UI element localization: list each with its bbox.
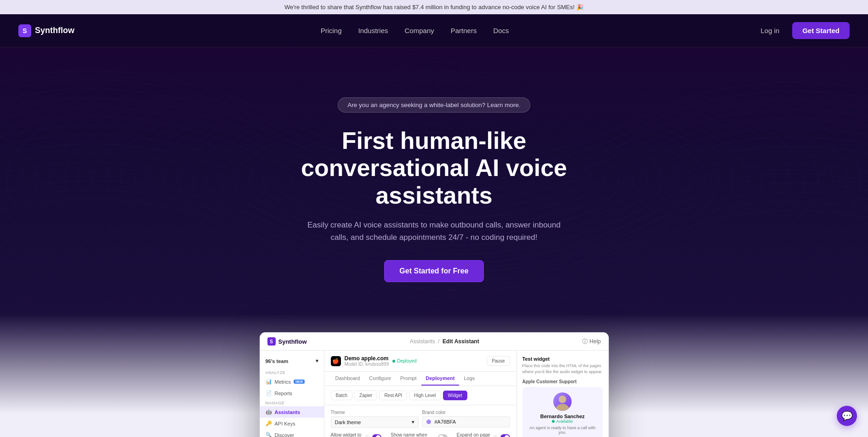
sub-tab-high-level[interactable]: High Level [409,391,441,400]
toggle-float[interactable] [372,434,381,437]
test-widget-title: Test widget [522,356,603,362]
deployment-sub-tabs: Batch Zapier Rest API High Level Widget [324,386,516,405]
hero-title-line1: First human-like [342,127,527,154]
announcement-text: We're thrilled to share that Synthflow h… [284,4,584,11]
dashboard-logo-icon: S [267,337,276,346]
sidebar-item-metrics[interactable]: 📊 Metrics NEW [260,376,324,387]
toggle-expand-label: Expand on page load [457,432,491,437]
agent-name: Bernardo Sanchez [528,414,597,419]
theme-value[interactable]: Dark theme ▾ [331,416,419,428]
sidebar-team-chevron: ▾ [316,358,318,364]
sidebar-section-manage: MANAGE [260,399,324,406]
toggle-float-row: Allow widget to float ⓘ [331,432,382,437]
sidebar-reports-label: Reports [275,391,293,396]
sidebar-discover-label: Discover [275,432,295,437]
login-button[interactable]: Log in [755,23,785,38]
sub-tab-batch[interactable]: Batch [331,391,353,400]
tab-configure[interactable]: Configure [364,372,396,386]
sidebar-item-reports[interactable]: 📄 Reports [260,387,324,399]
dashboard-preview-wrapper: S Synthflow Assistants / Edit Assistant … [0,314,868,437]
brand-color-value[interactable]: #A78BFA [422,416,510,427]
reports-icon: 📄 [266,390,272,396]
nav-link-partners[interactable]: Partners [451,27,477,34]
agency-pill[interactable]: Are you an agency seeking a white-label … [338,97,530,113]
theme-field: Theme Dark theme ▾ [331,410,419,428]
sidebar-item-api-keys[interactable]: 🔑 API Keys [260,418,324,429]
hero-title-line2: conversational AI voice assistants [301,154,567,209]
dashboard-logo: S Synthflow [267,337,307,346]
status-text: Deployed [397,358,416,363]
brand-color-label: Brand color [422,410,510,415]
sidebar-metrics-label: Metrics [275,379,291,385]
assistant-tabs: Dashboard Configure Prompt Deployment Lo… [324,372,516,386]
nav-link-pricing[interactable]: Pricing [321,27,342,34]
chat-icon: 💬 [841,410,853,421]
assistant-header: 🍎 Demo apple.com Model ID: kmdxso899 Dep… [324,351,516,372]
svg-point-1 [556,404,569,411]
logo-letter: S [23,27,27,34]
widget-settings: Theme Dark theme ▾ Brand color #A78BFA [324,405,516,432]
tab-deployment[interactable]: Deployment [421,372,460,386]
help-button[interactable]: ⓘ Help [582,338,601,346]
tab-prompt[interactable]: Prompt [396,372,421,386]
theme-text: Dark theme [335,420,361,425]
tab-logs[interactable]: Logs [459,372,479,386]
logo-icon: S [18,24,31,37]
nav-link-docs[interactable]: Docs [493,27,509,34]
help-icon: ⓘ [582,338,588,346]
nav-item-docs[interactable]: Docs [493,27,509,35]
sidebar-item-assistants[interactable]: 🤖 Assistants [260,406,324,418]
assistant-id: Model ID: kmdxso899 [345,362,389,367]
status-badge: Deployed [392,358,416,363]
theme-label: Theme [331,410,419,415]
nav-link-company[interactable]: Company [405,27,434,34]
nav-item-industries[interactable]: Industries [358,27,388,35]
breadcrumb-separator: / [438,338,439,345]
toggle-float-info: ⓘ [365,435,369,437]
breadcrumb-assistants[interactable]: Assistants [410,338,435,345]
chat-bubble[interactable]: 💬 [837,406,857,426]
sub-tab-widget[interactable]: Widget [443,391,467,400]
toggle-name-label: Show name when collapse [391,432,435,437]
status-dot [392,360,395,363]
nav-link-industries[interactable]: Industries [358,27,388,34]
sub-tab-rest-api[interactable]: Rest API [379,391,407,400]
tab-dashboard[interactable]: Dashboard [331,372,365,386]
help-label: Help [590,338,601,345]
sub-tab-zapier[interactable]: Zapier [354,391,377,400]
nav-item-company[interactable]: Company [405,27,434,35]
navbar-logo[interactable]: S Synthflow [18,24,74,37]
agent-card: Bernardo Sanchez Available An agent is r… [522,387,603,437]
color-hex: #A78BFA [435,419,456,425]
assistants-icon: 🤖 [266,409,272,415]
hero-title: First human-like conversational AI voice… [273,127,595,210]
sidebar-item-discover[interactable]: 🔍 Discover [260,429,324,437]
toggle-name[interactable] [438,434,448,437]
brand-color-field: Brand color #A78BFA [422,410,510,428]
dashboard-logo-text: Synthflow [278,338,307,345]
nav-item-partners[interactable]: Partners [451,27,477,35]
pause-button[interactable]: Pause [487,356,510,366]
logo-text: Synthflow [35,26,74,35]
get-started-button[interactable]: Get Started [792,22,850,39]
agent-status-dot [552,420,555,423]
announcement-bar: We're thrilled to share that Synthflow h… [0,0,868,14]
agent-avatar [553,392,572,411]
navbar-actions: Log in Get Started [755,22,850,39]
sidebar-team[interactable]: 96's team ▾ [260,356,324,369]
metrics-badge: NEW [294,380,305,384]
test-widget-desc: Place this code into the HTML of the pag… [522,363,603,375]
apple-section-label: Apple Customer Support [522,379,603,384]
toggle-float-label: Allow widget to float [331,432,363,437]
agent-desc: An agent is ready to have a call with yo… [528,426,597,435]
assistant-info: 🍎 Demo apple.com Model ID: kmdxso899 Dep… [331,355,417,367]
dashboard-preview: S Synthflow Assistants / Edit Assistant … [260,332,609,437]
breadcrumb-current: Edit Assistant [443,338,479,345]
nav-item-pricing[interactable]: Pricing [321,27,342,35]
dashboard-body: 96's team ▾ ANALYZE 📊 Metrics NEW 📄 Repo… [260,351,608,437]
dashboard-topbar: S Synthflow Assistants / Edit Assistant … [260,333,608,351]
assistant-details: Demo apple.com Model ID: kmdxso899 [345,355,389,367]
sidebar-api-keys-label: API Keys [275,421,295,426]
hero-cta-button[interactable]: Get Started for Free [384,260,483,282]
toggle-expand[interactable] [500,434,510,437]
